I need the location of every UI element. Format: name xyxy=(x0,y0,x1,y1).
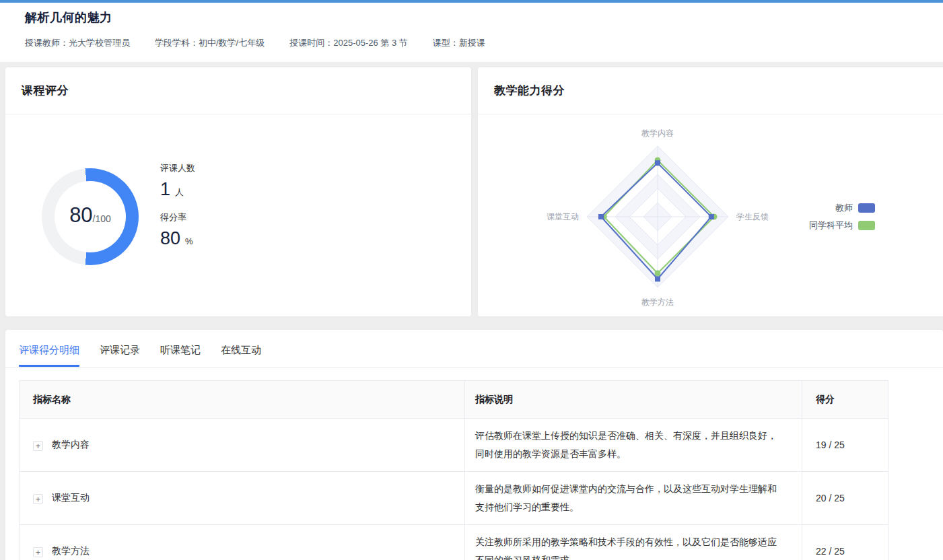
meta-course-type: 课型：新授课 xyxy=(433,37,485,49)
score-rate-label: 得分率 xyxy=(160,211,195,223)
course-score-card-title: 课程评分 xyxy=(22,83,69,98)
score-rate-row: 80 % xyxy=(160,228,195,249)
meta-course-type-label: 课型： xyxy=(433,38,459,48)
legend-item-teacher[interactable]: 教师 xyxy=(835,202,875,214)
column-header-indicator-name: 指标名称 xyxy=(20,381,465,419)
course-score-card-header: 课程评分 xyxy=(5,67,471,114)
expand-row-icon[interactable]: + xyxy=(33,441,43,451)
course-score-card: 课程评分 80 /100 评课人数 1 人 得分率 80 % xyxy=(5,67,471,316)
legend-teacher-label: 教师 xyxy=(835,202,853,214)
course-score-card-body: 80 /100 评课人数 1 人 得分率 80 % xyxy=(5,114,471,316)
expand-row-icon[interactable]: + xyxy=(33,494,43,504)
indicator-desc: 关注教师所采用的教学策略和技术手段的有效性，以及它们是否能够适应不同的学习风格和… xyxy=(465,525,802,560)
course-score-value: 80 xyxy=(69,203,92,228)
indicator-table-header-row: 指标名称 指标说明 得分 xyxy=(20,381,888,419)
teaching-ability-card-body: 教学内容学生反馈教学方法课堂互动 教师 同学科平均 xyxy=(478,114,943,316)
column-header-score: 得分 xyxy=(802,381,888,419)
course-score-stats: 评课人数 1 人 得分率 80 % xyxy=(160,162,195,260)
meta-grade-subject-label: 学段学科： xyxy=(155,38,199,48)
svg-text:课堂互动: 课堂互动 xyxy=(547,212,579,221)
course-score-max: /100 xyxy=(93,213,111,224)
indicator-desc: 衡量的是教师如何促进课堂内的交流与合作，以及这些互动对学生理解和支持他们学习的重… xyxy=(465,472,802,525)
table-row-teaching-method: + 教学方法 关注教师所采用的教学策略和技术手段的有效性，以及它们是否能够适应不… xyxy=(20,525,888,560)
meta-teacher-value: 光大学校管理员 xyxy=(69,38,130,48)
indicator-score: 22 / 25 xyxy=(802,525,888,560)
svg-text:学生反馈: 学生反馈 xyxy=(736,212,769,221)
radar-legend: 教师 同学科平均 xyxy=(808,202,875,232)
page-header: 解析几何的魅力 授课教师：光大学校管理员 学段学科：初中/数学/七年级 授课时间… xyxy=(0,3,943,62)
score-rate-value: 80 xyxy=(160,228,180,249)
tab-evaluation-records[interactable]: 评课记录 xyxy=(100,344,140,367)
meta-course-type-value: 新授课 xyxy=(459,38,485,48)
course-score-donut-chart: 80 /100 xyxy=(42,168,139,265)
rater-count-row: 1 人 xyxy=(160,179,195,200)
indicator-score: 20 / 25 xyxy=(802,472,888,525)
table-row-teaching-content: + 教学内容 评估教师在课堂上传授的知识是否准确、相关、有深度，并且组织良好，同… xyxy=(20,419,888,472)
rater-count-unit: 人 xyxy=(175,186,184,199)
indicator-desc: 评估教师在课堂上传授的知识是否准确、相关、有深度，并且组织良好，同时使用的教学资… xyxy=(465,419,802,472)
teaching-ability-card-title: 教学能力得分 xyxy=(494,83,565,98)
meta-grade-subject: 学段学科：初中/数学/七年级 xyxy=(155,37,265,49)
indicator-name: 课堂互动 xyxy=(52,492,90,503)
meta-time: 授课时间：2025-05-26 第 3 节 xyxy=(289,37,408,49)
page-title: 解析几何的魅力 xyxy=(25,9,943,26)
column-header-indicator-desc: 指标说明 xyxy=(465,381,802,419)
teaching-ability-card: 教学能力得分 教学内容学生反馈教学方法课堂互动 教师 同学科平均 xyxy=(478,67,943,316)
table-row-classroom-interaction: + 课堂互动 衡量的是教师如何促进课堂内的交流与合作，以及这些互动对学生理解和支… xyxy=(20,472,888,525)
legend-item-subject-average[interactable]: 同学科平均 xyxy=(809,219,875,232)
evaluation-detail-card: 评课得分明细 评课记录 听课笔记 在线互动 指标名称 指标说明 得分 + 教学内… xyxy=(5,330,943,560)
legend-subject-average-label: 同学科平均 xyxy=(809,219,853,232)
course-score-donut-center: 80 /100 xyxy=(42,168,139,265)
detail-tabs: 评课得分明细 评课记录 听课笔记 在线互动 xyxy=(5,330,943,368)
legend-subject-average-swatch xyxy=(858,221,875,230)
course-evaluation-page: { "page": { "header": { "title": "解析几何的魅… xyxy=(0,0,943,560)
meta-time-label: 授课时间： xyxy=(289,38,333,48)
tab-score-detail[interactable]: 评课得分明细 xyxy=(19,344,79,367)
score-rate-unit: % xyxy=(185,236,193,246)
meta-time-value: 2025-05-26 第 3 节 xyxy=(333,38,408,48)
svg-text:教学内容: 教学内容 xyxy=(641,129,674,138)
tab-listening-notes[interactable]: 听课笔记 xyxy=(160,344,201,367)
meta-grade-subject-value: 初中/数学/七年级 xyxy=(199,38,265,48)
teaching-ability-card-header: 教学能力得分 xyxy=(478,67,943,114)
tab-online-interaction[interactable]: 在线互动 xyxy=(221,344,261,367)
expand-row-icon[interactable]: + xyxy=(33,547,43,557)
svg-text:教学方法: 教学方法 xyxy=(641,298,674,307)
course-meta-row: 授课教师：光大学校管理员 学段学科：初中/数学/七年级 授课时间：2025-05… xyxy=(25,37,943,49)
rater-count-label: 评课人数 xyxy=(160,162,195,174)
indicator-table: 指标名称 指标说明 得分 + 教学内容 评估教师在课堂上传授的知识是否准确、相关… xyxy=(19,380,888,560)
indicator-name: 教学方法 xyxy=(52,545,90,556)
indicator-name: 教学内容 xyxy=(52,439,90,450)
meta-teacher: 授课教师：光大学校管理员 xyxy=(25,37,130,49)
indicator-score: 19 / 25 xyxy=(802,419,888,472)
rater-count-value: 1 xyxy=(160,179,170,200)
meta-teacher-label: 授课教师： xyxy=(25,38,69,48)
legend-teacher-swatch xyxy=(858,203,875,213)
